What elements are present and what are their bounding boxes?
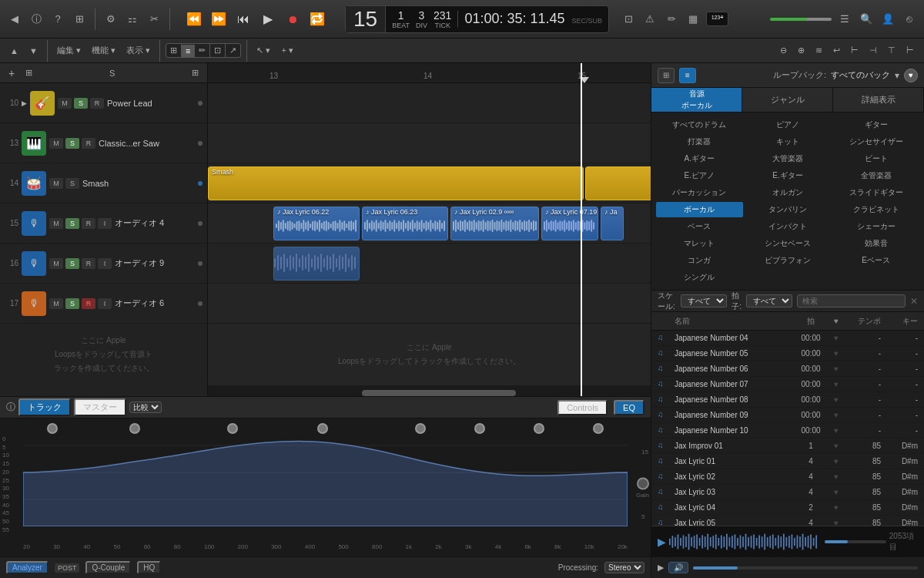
list-view-btn[interactable]: ≡ [182,45,195,57]
cycle-button[interactable]: 🔁 [306,8,328,30]
mute-btn-17[interactable]: M [49,298,63,309]
loop-list[interactable]: ♫ Japanese Number 04 00:00 ♥ - - ♫ Japan… [651,331,924,526]
eq-handle-1[interactable] [47,423,58,434]
loop-item[interactable]: ♫ Japanese Number 04 00:00 ♥ - - [651,331,924,346]
record-btn-13[interactable]: R [82,138,95,149]
eq-handle-7[interactable] [534,423,544,434]
lyric-clip-1[interactable]: ♪ Jax Lyric 06.22 [273,207,360,240]
loop-item[interactable]: ♫ Japanese Number 06 00:00 ♥ - - [651,361,924,377]
track-expand-btn[interactable]: ▶ [22,99,27,107]
timeline-area[interactable]: 13 14 15 Smash [208,63,651,396]
genre-synth[interactable]: シンセサイザー [832,134,919,150]
volume-slider[interactable] [770,18,832,21]
share-icon[interactable]: ⎋ [901,11,918,28]
solo-btn-17[interactable]: S [65,298,79,309]
down-button[interactable]: ▼ [25,45,42,57]
grid2-button[interactable]: ▦ [685,11,701,28]
record-btn-17[interactable]: R [82,298,95,309]
record-button[interactable]: ⏺ [282,8,303,30]
scale-select[interactable]: すべて [681,294,727,307]
genre-brass[interactable]: 大管楽器 [745,151,832,166]
search-input[interactable] [797,294,906,307]
to-start-button[interactable]: ⏮ [233,8,254,30]
genre-organ[interactable]: オルガン [745,185,832,200]
rp-progress-bar[interactable] [693,566,918,570]
pencil-button[interactable]: ✏ [663,11,680,28]
genre-all-brass[interactable]: 全管楽器 [832,168,919,183]
genre-shaker[interactable]: シェーカー [832,219,919,234]
eq-tab[interactable]: EQ [614,400,644,415]
controls-tab[interactable]: Controls [557,400,608,415]
track-tab[interactable]: トラック [18,398,71,416]
h-scrollbar-thumb[interactable] [362,390,516,396]
smash-clip-2[interactable]: for(let i=0;i<80;i++){document.write(``)… [585,166,651,200]
genre-kit[interactable]: キット [745,134,832,150]
genre-mallet[interactable]: マレット [656,236,743,251]
mute-btn[interactable]: ⊢ [902,44,918,57]
mixer-button[interactable]: ⚏ [124,11,141,28]
rewind-button[interactable]: ⏪ [183,8,205,30]
heart-btn[interactable]: ♥ [904,69,918,82]
eq-handle-6[interactable] [474,423,485,434]
scissors-button[interactable]: ✂ [146,11,162,28]
loop-item[interactable]: ♫ Jax Lyric 03 4 ♥ 85 D#m [651,485,924,500]
fit-btn[interactable]: ⊤ [884,44,899,57]
gain-knob[interactable] [637,477,649,489]
edit-menu[interactable]: 編集 ▾ [53,43,85,58]
alert-button[interactable]: ⚠ [641,11,658,28]
loop-item[interactable]: ♫ Jax Lyric 05 4 ♥ 85 D#m [651,516,924,526]
processing-select[interactable]: Stereo [604,562,644,573]
help-button[interactable]: ? [49,11,66,28]
copy-track-btn[interactable]: ⊞ [22,66,36,79]
genre-percussion[interactable]: パーカッション [656,185,743,200]
lyric-clip-4[interactable]: ♪ Jax Lyric 07.19 [541,207,598,240]
genre-clavinet[interactable]: クラビネット [832,202,919,217]
zoom-out-btn[interactable]: ⊖ [776,44,791,57]
genre-vocal[interactable]: ボーカル [656,202,743,217]
solo-btn-14[interactable]: S [65,178,79,189]
loop-dropdown-btn[interactable]: ▾ [895,70,899,81]
grid-view-btn[interactable]: ⊞ [166,44,182,57]
input-btn-15[interactable]: I [98,218,112,229]
mute-btn-13[interactable]: M [49,138,63,149]
add-track-btn[interactable]: + [5,66,18,81]
input-btn-17[interactable]: I [98,298,112,309]
eq-handle-2[interactable] [129,423,140,434]
hq-btn[interactable]: HQ [137,561,161,574]
beat-select[interactable]: すべて [746,294,792,307]
genre-epiano[interactable]: E.ピアノ [656,168,743,183]
mute-btn-10[interactable]: M [58,98,72,109]
genre-vibraphone[interactable]: ビブラフォン [745,253,832,268]
genre-sfx[interactable]: 効果音 [832,236,919,251]
loop-item[interactable]: ♫ Jax Lyric 04 2 ♥ 85 D#m [651,500,924,516]
genre-acoustic-guitar[interactable]: A.ギター [656,151,743,166]
lyric-clip-3[interactable]: ♪ Jax Lyric 02.9 ∞∞ [450,207,539,240]
loop-item[interactable]: ♫ Japanese Number 10 00:00 ♥ - - [651,423,924,439]
rp-list-btn[interactable]: ≡ [679,68,696,83]
grid-button[interactable]: ⊞ [71,11,88,28]
master-tab[interactable]: マスター [74,398,126,416]
play-button[interactable]: ▶ [257,8,279,30]
rp-speaker-btn[interactable]: 🔊 [668,562,688,573]
genre-beat[interactable]: ビート [832,151,919,166]
genre-piano[interactable]: ピアノ [745,117,832,133]
rp-grid-btn[interactable]: ⊞ [658,68,675,83]
loop-item[interactable]: ♫ Jax Lyric 02 4 ♥ 85 D#m [651,469,924,485]
list-icon[interactable]: ☰ [836,11,853,28]
compare-select[interactable]: 比較 [129,402,162,413]
loop-item[interactable]: ♫ Jax Lyric 01 4 ♥ 85 D#m [651,454,924,469]
audio9-clip-1[interactable] [273,247,360,281]
progress-bar[interactable] [825,540,886,543]
genre-conga[interactable]: コンガ [656,253,743,268]
zoom-btn[interactable]: ⊕ [794,44,808,57]
genre-impact[interactable]: インパクト [745,219,832,234]
settings-button[interactable]: ⚙ [102,11,119,28]
h-scrollbar[interactable] [208,390,651,396]
input-btn-16[interactable]: I [98,258,112,269]
track-view-btn[interactable]: ⊞ [188,66,203,79]
fast-forward-button[interactable]: ⏩ [208,8,229,30]
waveform-btn[interactable]: ≋ [812,44,826,57]
genre-tambourine[interactable]: タンバリン [745,202,832,217]
zoom-right-btn[interactable]: ⊣ [865,44,881,57]
qcouple-btn[interactable]: Q-Couple [85,561,131,574]
